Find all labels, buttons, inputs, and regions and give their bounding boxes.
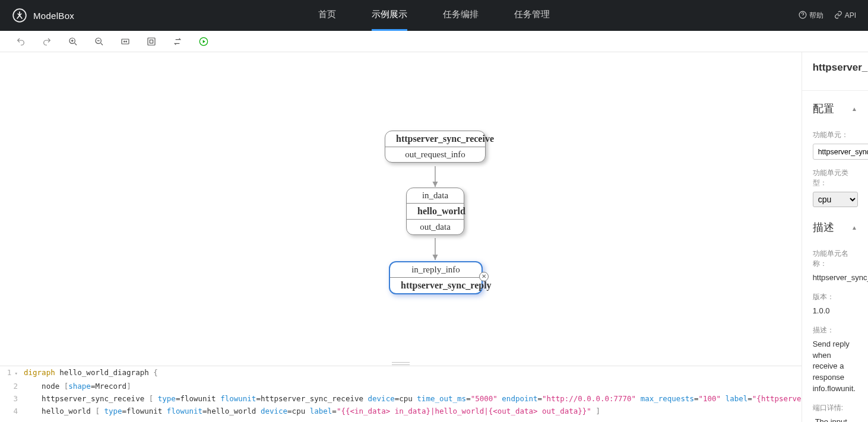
help-link[interactable]: 帮助 bbox=[799, 11, 823, 21]
svg-rect-6 bbox=[150, 40, 153, 43]
fit-width-icon[interactable] bbox=[119, 36, 131, 47]
nav-tasks[interactable]: 任务管理 bbox=[514, 0, 550, 31]
app-name: ModelBox bbox=[33, 11, 74, 21]
toolbar bbox=[0, 31, 868, 52]
undo-icon[interactable] bbox=[15, 36, 27, 47]
api-link[interactable]: API bbox=[834, 11, 856, 21]
api-label: API bbox=[845, 11, 856, 20]
nav-home[interactable]: 首页 bbox=[318, 0, 336, 31]
logo-icon bbox=[12, 8, 27, 23]
redo-icon[interactable] bbox=[41, 36, 53, 47]
main-nav: 首页 示例展示 任务编排 任务管理 bbox=[318, 0, 550, 31]
run-icon[interactable] bbox=[198, 36, 210, 47]
topbar: ModelBox 首页 示例展示 任务编排 任务管理 帮助 API bbox=[0, 0, 868, 31]
nav-examples[interactable]: 示例展示 bbox=[372, 0, 407, 31]
help-icon bbox=[799, 11, 807, 21]
help-label: 帮助 bbox=[809, 11, 823, 21]
swap-icon[interactable] bbox=[172, 36, 183, 47]
nav-orchestration[interactable]: 任务编排 bbox=[443, 0, 479, 31]
zoom-out-icon[interactable] bbox=[93, 36, 105, 47]
zoom-in-icon[interactable] bbox=[67, 36, 79, 47]
logo: ModelBox bbox=[12, 8, 74, 23]
svg-rect-5 bbox=[148, 38, 155, 45]
link-icon bbox=[834, 11, 842, 21]
fit-screen-icon[interactable] bbox=[145, 36, 157, 47]
top-actions: 帮助 API bbox=[799, 11, 856, 21]
